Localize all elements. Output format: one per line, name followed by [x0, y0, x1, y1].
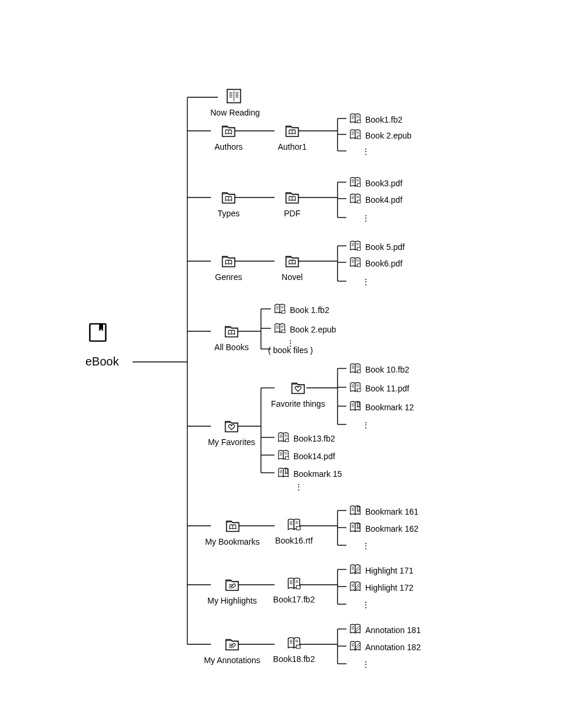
leaf-bm162: Bookmark 162: [348, 521, 418, 536]
leaf-book3-label: Book3.pdf: [365, 179, 402, 188]
folder-bookmarks-icon: [224, 517, 242, 536]
leaf-fav14-label: Book14.pdf: [293, 452, 335, 461]
leaf-an182: Annotation 182: [348, 640, 421, 655]
bookfile-icon: [348, 256, 363, 271]
leaf-book6-label: Book6.pdf: [365, 259, 402, 268]
bookfile-book17-icon: [286, 576, 302, 594]
node-pdf: PDF: [275, 189, 310, 218]
bookfile-icon: [348, 128, 363, 143]
leaf-fav14: Book14.pdf: [276, 449, 335, 464]
leaf-fav15: Bookmark 15: [276, 466, 342, 482]
leaf-book2-label: Book 2.epub: [365, 131, 412, 140]
leaf-allbooks-1: Book 1.fb2: [272, 302, 329, 318]
folder-types-icon: [220, 189, 237, 207]
ebook-root: [87, 322, 108, 345]
node-my-favorites-label: My Favorites: [205, 437, 258, 447]
leaf-book5-label: Book 5.pdf: [365, 242, 405, 252]
node-my-highlights: My Highlights: [203, 576, 262, 605]
node-novel-label: Novel: [275, 272, 310, 282]
vdots-author: ⋮: [362, 147, 370, 156]
leaf-bm162-label: Bookmark 162: [365, 524, 418, 533]
node-book17-label: Book17.fb2: [270, 595, 318, 604]
node-book17: Book17.fb2: [270, 576, 318, 604]
folder-all-books-icon: [223, 322, 240, 341]
node-authors: Authors: [211, 122, 246, 151]
bookfile-icon: [272, 302, 287, 318]
leaf-bm161-label: Bookmark 161: [365, 507, 418, 516]
folder-genres-icon: [220, 252, 237, 271]
ebook-icon: [87, 322, 108, 345]
folder-annotations-icon: [223, 635, 241, 654]
node-book18: Book18.fb2: [270, 635, 318, 664]
folder-favorites-icon: [223, 417, 240, 436]
leaf-book2: Book 2.epub: [348, 128, 412, 143]
leaf-book6: Book6.pdf: [348, 256, 402, 271]
leaf-book4-label: Book4.pdf: [365, 195, 402, 205]
node-my-favorites: My Favorites: [205, 417, 258, 447]
bookmark-icon: [348, 400, 363, 415]
bookfile-icon: [348, 239, 363, 255]
node-my-highlights-label: My Highlights: [203, 596, 262, 605]
bookfile-icon: [348, 192, 363, 207]
leaf-fav13-label: Book13.fb2: [293, 434, 335, 443]
bookmark-icon: [276, 466, 291, 482]
node-my-annotations-label: My Annotations: [199, 655, 265, 665]
vdots-bm: ⋮: [362, 541, 370, 551]
bookfile-icon: [272, 322, 287, 337]
vdots-novel: ⋮: [362, 277, 370, 286]
leaf-book5: Book 5.pdf: [348, 239, 405, 255]
leaf-fav11: Book 11.pdf: [348, 381, 409, 396]
node-authors-label: Authors: [211, 142, 246, 151]
node-types: Types: [211, 189, 246, 218]
folder-authors-icon: [220, 122, 237, 141]
leaf-allbooks-1-label: Book 1.fb2: [290, 305, 329, 315]
leaf-allbooks-2-label: Book 2.epub: [290, 325, 336, 334]
book-files-label: ( book files ): [268, 345, 313, 355]
bookfile-icon: [348, 381, 363, 396]
node-author1-label: Author1: [275, 142, 310, 151]
node-all-books-label: All Books: [211, 342, 252, 352]
leaf-an182-label: Annotation 182: [365, 643, 421, 652]
vdots-hl: ⋮: [362, 600, 370, 610]
leaf-hl172-label: Highlight 172: [365, 583, 414, 592]
leaf-book3: Book3.pdf: [348, 176, 402, 191]
bookfile-icon: [276, 431, 291, 446]
node-now-reading: Now Reading: [210, 88, 257, 117]
bookfile-icon: [348, 362, 363, 377]
node-favorite-things-label: Favorite things: [269, 399, 328, 409]
annotation-icon: [348, 563, 363, 578]
annotation-icon: [348, 580, 363, 595]
folder-pdf-icon: [283, 189, 301, 207]
leaf-hl171-label: Highlight 171: [365, 566, 414, 575]
node-favorite-things: Favorite things: [269, 379, 328, 409]
annotation-icon: [348, 622, 363, 638]
node-my-bookmarks-label: My Bookmarks: [201, 537, 263, 546]
bookfile-book18-icon: [286, 635, 302, 653]
bookfile-icon: [348, 176, 363, 191]
node-book16: Book16.rtf: [270, 517, 318, 545]
bookfile-book16-icon: [286, 517, 302, 535]
node-genres-label: Genres: [211, 272, 246, 282]
folder-author1-icon: [283, 122, 301, 141]
folder-highlights-icon: [223, 576, 241, 595]
node-pdf-label: PDF: [275, 209, 310, 218]
node-my-annotations: My Annotations: [199, 635, 265, 665]
node-types-label: Types: [211, 209, 246, 218]
node-novel: Novel: [275, 252, 310, 282]
leaf-fav11-label: Book 11.pdf: [365, 384, 409, 393]
vdots-an: ⋮: [362, 660, 370, 669]
node-author1: Author1: [275, 122, 310, 151]
leaf-fav13: Book13.fb2: [276, 431, 335, 446]
vdots-favthings: ⋮: [362, 420, 370, 430]
annotation-icon: [348, 640, 363, 655]
leaf-fav12: Bookmark 12: [348, 400, 414, 415]
vdots-pdf: ⋮: [362, 213, 370, 223]
leaf-fav15-label: Bookmark 15: [293, 469, 342, 479]
leaf-book1: Book1.fb2: [348, 112, 402, 127]
folder-favorite-things-icon: [289, 379, 307, 398]
bookmark-icon: [348, 504, 363, 519]
node-all-books: All Books: [211, 322, 252, 352]
leaf-fav10: Book 10.fb2: [348, 362, 409, 377]
leaf-book1-label: Book1.fb2: [365, 115, 402, 124]
diagram-canvas: eBook Now Reading Authors Author1 Types …: [0, 0, 562, 728]
